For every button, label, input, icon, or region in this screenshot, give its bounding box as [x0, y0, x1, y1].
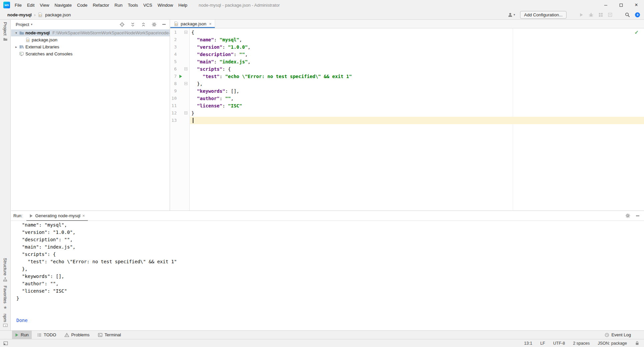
user-dropdown[interactable]: ▾ — [508, 12, 515, 17]
stripe-label: Project — [3, 22, 8, 35]
line-number: 6 — [174, 65, 177, 73]
tool-window-button-todo[interactable]: TODO — [34, 331, 59, 339]
run-console[interactable]: "name": "mysql", "version": "1.0.0", "de… — [11, 221, 644, 330]
coverage-disabled-icon[interactable] — [599, 13, 603, 17]
menu-help[interactable]: Help — [176, 0, 190, 10]
code-line-12[interactable]: } — [191, 109, 194, 117]
stripe-button-structure[interactable]: Structure — [3, 258, 8, 282]
stripe-button-project[interactable]: Project — [3, 22, 8, 42]
tree-item-package-json[interactable]: {}package.json — [11, 36, 170, 43]
menu-refactor[interactable]: Refactor — [90, 0, 112, 10]
status-item-2-spaces[interactable]: 2 spaces — [573, 341, 590, 346]
console-line-1: "name": "mysql", — [16, 221, 644, 229]
webstorm-logo-icon[interactable]: WS — [3, 2, 10, 8]
line-number: 13 — [171, 117, 177, 124]
tree-item-path: F:\WorkSpace\WebStormWorkSpace\NodeWorkS… — [52, 30, 170, 35]
run-config-icon — [29, 214, 33, 218]
expand-all-icon[interactable] — [130, 22, 135, 27]
menu-window[interactable]: Window — [155, 0, 176, 10]
fold-marker-icon[interactable] — [184, 31, 187, 34]
tree-chevron-icon[interactable]: ▾ — [14, 31, 19, 35]
debug-disabled-icon[interactable] — [589, 12, 594, 17]
breadcrumb-file[interactable]: package.json — [45, 12, 71, 17]
status-item-lf[interactable]: LF — [540, 341, 545, 346]
run-tab-close-icon[interactable]: × — [83, 213, 85, 218]
update-indicator-icon[interactable] — [635, 12, 640, 17]
code-line-7[interactable]: "test": "echo \"Error: no test specified… — [191, 73, 352, 80]
menu-code[interactable]: Code — [74, 0, 90, 10]
tool-window-button-label: Event Log — [611, 332, 631, 337]
code-line-6[interactable]: "scripts": { — [191, 65, 231, 73]
code-line-10[interactable]: "author": "", — [191, 95, 233, 102]
settings-gear-icon[interactable] — [152, 22, 157, 27]
file-lock-icon[interactable] — [635, 341, 639, 345]
svg-text:{}: {} — [175, 23, 177, 26]
hide-run-panel-icon[interactable] — [636, 216, 639, 216]
breadcrumb-separator-icon: › — [34, 12, 35, 17]
minimize-button[interactable] — [598, 0, 613, 10]
tree-item-external-libraries[interactable]: ▸External Libraries — [11, 43, 170, 50]
hide-panel-icon[interactable] — [162, 24, 166, 25]
menu-file[interactable]: File — [12, 0, 24, 10]
code-line-4[interactable]: "description": "", — [191, 51, 248, 58]
maximize-button[interactable] — [613, 0, 629, 10]
line-number: 9 — [174, 87, 177, 95]
tool-window-button-event-log[interactable]: Event Log — [602, 331, 634, 339]
code-line-8[interactable]: }, — [191, 80, 203, 87]
fold-marker-icon[interactable] — [184, 67, 187, 70]
menu-edit[interactable]: Edit — [24, 0, 37, 10]
tab-close-icon[interactable]: × — [209, 21, 212, 26]
profiler-disabled-icon[interactable] — [608, 13, 612, 17]
fold-marker-icon[interactable] — [184, 111, 187, 114]
maximize-icon — [619, 3, 623, 7]
status-item-utf-8[interactable]: UTF-8 — [553, 341, 565, 346]
run-disabled-icon[interactable] — [579, 13, 584, 17]
stripe-button-npm[interactable]: npm — [3, 314, 8, 327]
tab-package-json[interactable]: {} package.json × — [170, 20, 215, 28]
code-line-11[interactable]: "license": "ISC" — [191, 102, 242, 109]
fold-marker-icon[interactable] — [184, 82, 187, 85]
locate-file-icon[interactable] — [120, 22, 125, 27]
tool-window-button-problems[interactable]: Problems — [61, 331, 93, 339]
tool-window-bar: RunTODOProblemsTerminal Event Log — [0, 330, 644, 339]
code-line-1[interactable]: { — [191, 29, 194, 36]
menu-view[interactable]: View — [37, 0, 52, 10]
run-settings-gear-icon[interactable] — [625, 213, 630, 218]
status-item-json-package[interactable]: JSON: package — [598, 341, 627, 346]
close-button[interactable]: × — [629, 0, 644, 10]
run-config-tab[interactable]: Generating node-mysql × — [26, 211, 88, 221]
breadcrumb-project[interactable]: node-mysql — [7, 12, 32, 17]
editor-code[interactable]: { "name": "mysql", "version": "1.0.0", "… — [190, 28, 644, 211]
tree-item-node-mysql[interactable]: ▾node-mysqlF:\WorkSpace\WebStormWorkSpac… — [11, 29, 170, 36]
run-script-icon[interactable] — [179, 74, 183, 78]
console-line-10: "license": "ISC" — [16, 287, 644, 295]
code-line-2[interactable]: "name": "mysql", — [191, 36, 242, 43]
run-panel-label: Run: — [13, 213, 22, 218]
code-line-9[interactable]: "keywords": [], — [191, 87, 239, 95]
user-icon — [508, 12, 513, 17]
tool-window-button-terminal[interactable]: Terminal — [95, 331, 124, 339]
stripe-button-favorites[interactable]: Favorites★ — [3, 286, 8, 309]
collapse-all-icon[interactable] — [141, 22, 146, 27]
menu-run[interactable]: Run — [112, 0, 125, 10]
tool-window-button-run[interactable]: Run — [12, 331, 32, 339]
inspection-status-icon[interactable]: ✓ — [634, 29, 639, 35]
editor-tabs: {} package.json × — [170, 20, 644, 28]
svg-text:{}: {} — [39, 13, 42, 16]
tool-window-toggle-icon[interactable] — [3, 341, 8, 346]
left-tool-stripe: Project StructureFavorites★npm — [0, 20, 11, 330]
status-item-13-1[interactable]: 13:1 — [524, 341, 532, 346]
tree-item-scratches-and-consoles[interactable]: Scratches and Consoles — [11, 50, 170, 57]
tree-chevron-icon[interactable]: ▸ — [14, 45, 19, 49]
search-everywhere-icon[interactable] — [625, 12, 630, 17]
gutter-row-7: 7 — [170, 73, 189, 80]
line-number: 12 — [171, 109, 177, 117]
code-line-5[interactable]: "main": "index.js", — [191, 58, 251, 65]
menu-vcs[interactable]: VCS — [141, 0, 155, 10]
menu-navigate[interactable]: Navigate — [52, 0, 74, 10]
event-log-area: Event Log — [602, 331, 634, 339]
menu-tools[interactable]: Tools — [125, 0, 141, 10]
code-line-3[interactable]: "version": "1.0.0", — [191, 43, 251, 51]
project-view-selector[interactable]: Project — [16, 22, 29, 27]
add-configuration-button[interactable]: Add Configuration... — [520, 11, 567, 19]
